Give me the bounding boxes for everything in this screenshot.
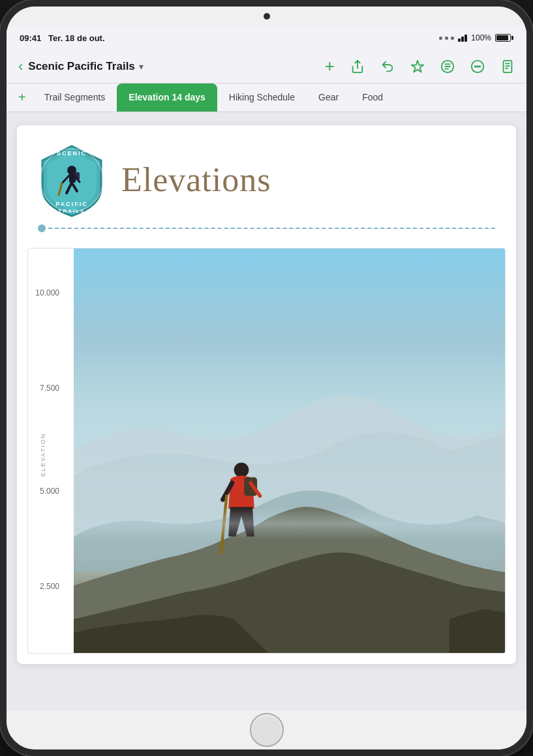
separator-line <box>38 224 495 232</box>
status-bar: 09:41 Ter. 18 de out. 100% <box>7 26 526 50</box>
title-chevron-icon[interactable]: ▾ <box>139 61 144 72</box>
page-header: SCENIC PACIFIC TRAILS Elevations <box>17 125 516 219</box>
format-button[interactable] <box>438 57 457 76</box>
document-title: Scenic Pacific Trails <box>28 60 134 73</box>
y-tick-7500: 7.500 <box>40 384 65 393</box>
separator-dot <box>38 224 46 232</box>
foreground-terrain <box>74 451 505 653</box>
svg-point-7 <box>477 66 478 67</box>
chart-area <box>74 249 505 653</box>
device-top-bar <box>7 7 526 26</box>
add-tab-button[interactable]: + <box>12 83 33 112</box>
tab-food[interactable]: Food <box>350 83 395 112</box>
elevation-chart: ELEVATION 10.000 7.500 5.000 2.500 <box>27 248 506 654</box>
wifi-icon <box>458 35 467 42</box>
nav-title: Scenic Pacific Trails ▾ <box>28 60 322 73</box>
battery-icon <box>495 34 513 42</box>
status-time: 09:41 Ter. 18 de out. <box>20 33 105 43</box>
main-content: SCENIC PACIFIC TRAILS Elevations <box>7 112 526 710</box>
camera-dot <box>264 13 270 20</box>
svg-text:PACIFIC: PACIFIC <box>55 201 87 207</box>
pin-button[interactable] <box>408 57 427 76</box>
doc-button[interactable] <box>498 57 517 76</box>
back-button[interactable]: ‹ <box>16 55 25 78</box>
svg-point-6 <box>475 66 476 67</box>
battery-percent: 100% <box>471 33 491 42</box>
separator-dashes <box>48 228 495 229</box>
y-tick-10000: 10.000 <box>35 288 65 297</box>
status-right: 100% <box>439 33 513 42</box>
home-button[interactable] <box>250 713 284 747</box>
nav-actions: + <box>322 53 517 79</box>
svg-point-25 <box>234 462 249 477</box>
screen: 09:41 Ter. 18 de out. 100% <box>7 26 526 710</box>
page-content: SCENIC PACIFIC TRAILS Elevations <box>17 125 516 664</box>
add-button[interactable]: + <box>322 53 337 79</box>
device-frame: 09:41 Ter. 18 de out. 100% <box>0 0 533 756</box>
chart-y-axis: ELEVATION 10.000 7.500 5.000 2.500 <box>28 249 74 653</box>
share-button[interactable] <box>348 57 367 76</box>
y-axis-label: ELEVATION <box>40 432 46 476</box>
tabs-bar: + Trail Segments Elevation 14 days Hikin… <box>7 83 526 112</box>
separator-container <box>17 224 516 248</box>
device-bottom-bar <box>7 710 526 749</box>
y-tick-5000: 5.000 <box>40 487 65 496</box>
three-dots <box>439 37 454 40</box>
svg-point-8 <box>479 66 480 67</box>
tab-gear[interactable]: Gear <box>307 83 350 112</box>
undo-button[interactable] <box>378 57 397 76</box>
chart-image[interactable] <box>74 249 505 653</box>
tab-elevation-14-days[interactable]: Elevation 14 days <box>117 83 217 112</box>
page-title-area: Elevations <box>121 141 500 199</box>
more-button[interactable] <box>468 57 487 76</box>
logo-badge: SCENIC PACIFIC TRAILS <box>33 141 111 219</box>
y-tick-2500: 2.500 <box>40 582 65 591</box>
tab-hiking-schedule[interactable]: Hiking Schedule <box>217 83 307 112</box>
tab-trail-segments[interactable]: Trail Segments <box>33 83 117 112</box>
page-title: Elevations <box>121 160 500 199</box>
haze-band <box>74 507 505 540</box>
nav-bar: ‹ Scenic Pacific Trails ▾ + <box>7 50 526 83</box>
